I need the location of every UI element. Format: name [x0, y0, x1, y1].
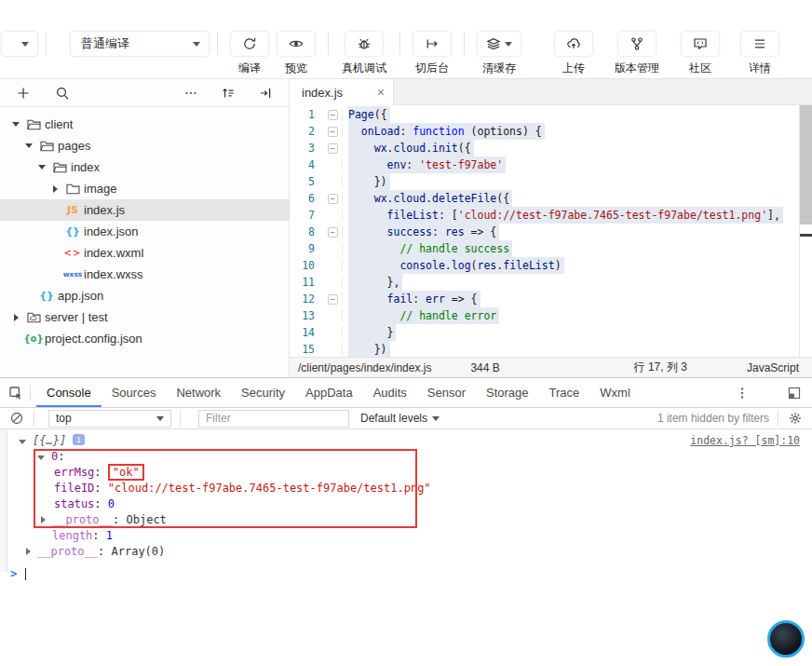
divider — [180, 411, 181, 426]
console-filter-input[interactable] — [198, 410, 349, 428]
tree-item-label: client — [45, 117, 73, 131]
expand-arrow-icon[interactable] — [37, 455, 45, 460]
tree-item-client[interactable]: client — [0, 114, 289, 135]
tree-item-index[interactable]: index — [0, 156, 289, 178]
devtools-tab-sources[interactable]: Sources — [102, 378, 167, 407]
chevron-down-icon[interactable] — [9, 122, 22, 127]
toolbar-divider — [399, 32, 400, 55]
explorer-header — [0, 79, 289, 107]
toolbar-button-label: 详情 — [749, 61, 771, 76]
tree-item-server-test[interactable]: server | test — [0, 306, 289, 328]
editor-tab-title: index.js — [302, 86, 343, 100]
code-line: 8− success: res => { — [290, 224, 812, 240]
console-prompt[interactable]: > — [0, 565, 812, 582]
code-area[interactable]: 1−Page({2− onLoad: function (options) {3… — [290, 105, 812, 357]
ellipsis-icon[interactable] — [183, 85, 199, 102]
gear-icon[interactable] — [787, 410, 804, 427]
devtools-tab-sensor[interactable]: Sensor — [417, 378, 476, 407]
devtools-panel: ConsoleSourcesNetworkSecurityAppDataAudi… — [0, 377, 812, 666]
tree-item-index.wxss[interactable]: wxssindex.wxss — [0, 264, 289, 285]
feedback-float-button[interactable] — [767, 620, 805, 658]
fold-icon[interactable]: − — [323, 143, 342, 154]
toolbar-divider — [217, 32, 218, 55]
chevron-right-icon[interactable] — [9, 314, 22, 321]
console-row: __proto__: Array(0) — [0, 544, 812, 560]
toolbar-version-control-button[interactable]: 版本管理 — [615, 32, 659, 76]
editor-scrollbar[interactable] — [799, 105, 812, 357]
scrollbar-thumb[interactable] — [800, 105, 812, 224]
log-levels-dropdown[interactable]: Default levels — [360, 412, 440, 425]
chevron-right-icon[interactable] — [48, 185, 61, 193]
toolbar-details-button[interactable]: 详情 — [741, 32, 778, 76]
devtools-tab-storage[interactable]: Storage — [476, 378, 539, 407]
main-toolbar: 普通编译 编译预览真机调试切后台清缓存 上传版本管理社区详情 — [0, 0, 812, 79]
devtools-tab-security[interactable]: Security — [231, 378, 295, 407]
close-icon[interactable]: × — [377, 86, 385, 99]
fold-icon[interactable]: − — [323, 227, 342, 238]
tree-item-index.json[interactable]: {}index.json — [0, 221, 289, 242]
expand-arrow-icon[interactable] — [19, 440, 26, 444]
console-row: status: 0 — [0, 496, 812, 512]
expand-arrow-icon[interactable] — [41, 516, 46, 523]
device-dropdown[interactable] — [2, 32, 37, 56]
tree-item-project.config.json[interactable]: {o}project.config.json — [0, 328, 289, 349]
console-row: 0: — [0, 449, 812, 465]
collapse-panel-icon[interactable] — [257, 85, 274, 102]
console-left-scrollbar[interactable] — [0, 429, 7, 572]
more-options-icon[interactable] — [734, 385, 751, 401]
main-area: clientpagesindeximageJSindex.js{}index.j… — [0, 79, 812, 377]
devtools-tab-audits[interactable]: Audits — [363, 378, 417, 407]
tree-item-label: index — [71, 160, 100, 174]
editor-tab-indexjs[interactable]: index.js × — [290, 79, 394, 105]
fold-icon[interactable]: − — [323, 110, 342, 120]
code-line: 6− wx.cloud.deleteFile({ — [290, 190, 812, 207]
clear-console-icon[interactable] — [8, 410, 25, 427]
plus-icon[interactable] — [15, 85, 32, 102]
toolbar-compile-button[interactable]: 编译 — [231, 32, 268, 76]
context-selector[interactable]: top — [48, 410, 171, 428]
tree-item-image[interactable]: image — [0, 178, 289, 199]
layers-icon — [478, 32, 521, 56]
devtools-tab-wxml[interactable]: Wxml — [589, 378, 641, 407]
compile-mode-dropdown[interactable]: 普通编译 — [71, 32, 209, 56]
tree-item-label: app.json — [58, 289, 103, 303]
tree-item-index.js[interactable]: JSindex.js — [0, 199, 289, 221]
chevron-down-icon[interactable] — [35, 165, 48, 170]
toolbar-to-background-button[interactable]: 切后台 — [413, 32, 451, 76]
devtools-tab-trace[interactable]: Trace — [539, 378, 590, 407]
line-number: 9 — [290, 242, 323, 255]
devtools-tabbar: ConsoleSourcesNetworkSecurityAppDataAudi… — [0, 378, 812, 408]
fold-icon[interactable]: − — [323, 294, 342, 305]
tree-item-pages[interactable]: pages — [0, 135, 289, 156]
tree-item-index.wxml[interactable]: <>index.wxml — [0, 242, 289, 264]
toolbar-button-label: 社区 — [689, 61, 711, 76]
code-line: 5 }) — [290, 173, 812, 190]
code-line: 2− onLoad: function (options) { — [290, 123, 812, 140]
console-toolbar: top Default levels 1 item hidden by filt… — [0, 408, 812, 429]
line-number: 6 — [290, 192, 323, 205]
toolbar-buttons-right: 上传版本管理社区详情 — [544, 32, 790, 76]
toolbar-device-debug-button[interactable]: 真机调试 — [342, 32, 386, 76]
toolbar-clear-cache-button[interactable]: 清缓存 — [478, 32, 521, 76]
chevron-down-icon[interactable] — [22, 143, 35, 148]
devtools-tab-network[interactable]: Network — [166, 378, 231, 407]
devtools-tab-console[interactable]: Console — [36, 378, 102, 407]
tree-item-label: image — [84, 182, 116, 196]
tree-item-app.json[interactable]: {}app.json — [0, 285, 289, 306]
refresh-icon — [231, 32, 268, 56]
chat-code-icon — [682, 32, 719, 56]
toolbar-preview-button[interactable]: 预览 — [277, 32, 315, 76]
fold-icon[interactable]: − — [323, 194, 342, 204]
inspect-element-icon[interactable] — [7, 385, 24, 401]
search-icon[interactable] — [54, 85, 71, 102]
toolbar-upload-button[interactable]: 上传 — [555, 32, 592, 76]
toolbar-button-label: 清缓存 — [482, 61, 516, 76]
dock-panel-icon[interactable] — [786, 385, 803, 401]
fold-icon[interactable]: − — [323, 127, 342, 137]
sort-icon[interactable] — [220, 85, 237, 102]
console-source-link[interactable]: index.js? [sm]:10 — [690, 433, 800, 449]
toolbar-community-button[interactable]: 社区 — [682, 32, 719, 76]
devtools-tab-appdata[interactable]: AppData — [295, 378, 363, 407]
console-row: fileID: "cloud://test-f97abe.7465-test-f… — [0, 481, 812, 496]
expand-arrow-icon[interactable] — [26, 548, 31, 555]
